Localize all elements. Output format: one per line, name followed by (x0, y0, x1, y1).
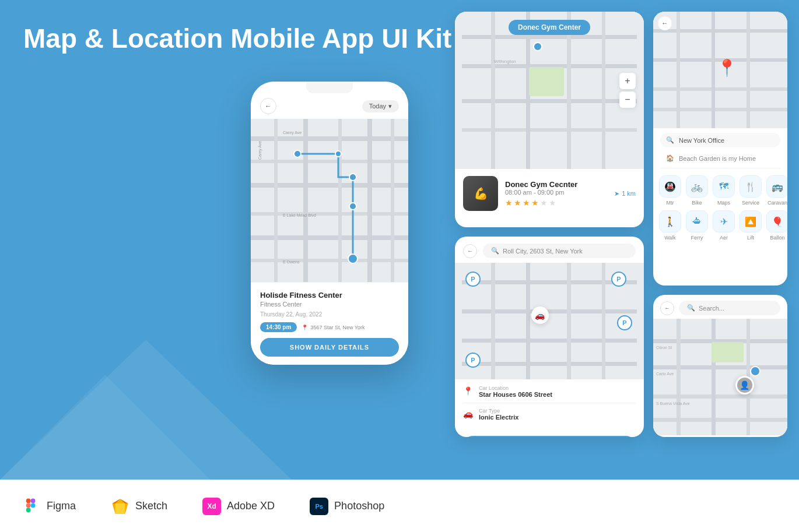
cat-item-ballon[interactable]: 🎈 Ballon (766, 210, 787, 241)
svg-rect-12 (367, 119, 372, 282)
cat-item-maps[interactable]: 🗺 Maps (713, 175, 735, 206)
location-icon-car: 📍 (463, 386, 473, 396)
user-map-back-button[interactable]: ← (660, 301, 674, 315)
car-icon-map: 🚗 (531, 306, 549, 324)
walk-label: Walk (664, 235, 676, 241)
phone-back-button[interactable]: ← (260, 98, 276, 114)
bike-icon: 🚲 (686, 175, 708, 198)
walk-icon: 🚶 (659, 210, 681, 232)
search-icon: 🔍 (491, 247, 499, 255)
cat-search-area: 🔍 New York Office 🏠 Beach Garden is my H… (653, 128, 787, 168)
phone-screen: ← Today ▾ (251, 82, 408, 365)
svg-rect-43 (602, 263, 605, 379)
gym-photo-inner: 💪 (463, 176, 498, 211)
car-type-icon: 🚗 (463, 409, 473, 418)
office-search-text: New York Office (679, 137, 724, 144)
cat-item-aer[interactable]: ✈ Aer (713, 210, 735, 241)
car-location-value: Star Houses 0606 Street (479, 391, 552, 398)
gym-info-row: 💪 Donec Gym Cecnter 08:00 am - 09:00 pm … (455, 169, 644, 218)
car-type-label: Car Type (479, 408, 518, 414)
mtr-icon: 🚇 (659, 175, 681, 198)
parking-icon-4: P (465, 353, 481, 368)
svg-rect-9 (274, 119, 278, 282)
cat-item-walk[interactable]: 🚶 Walk (659, 210, 681, 241)
svg-rect-30 (567, 12, 571, 169)
svg-point-18 (348, 254, 358, 263)
star-5: ★ (540, 198, 548, 207)
parking-icon-3: P (617, 315, 632, 330)
ballon-label: Ballon (770, 235, 784, 241)
svg-rect-69 (26, 508, 31, 512)
svg-point-16 (349, 174, 356, 181)
car-location-row: 📍 Car Location Star Houses 0606 Street (463, 385, 636, 403)
zoom-in-button[interactable]: + (619, 73, 636, 89)
gym-hours: 08:00 am - 09:00 pm (505, 189, 577, 196)
mtr-label: Mtr (667, 200, 674, 206)
parking-back-button[interactable]: ← (463, 244, 477, 258)
svg-point-15 (335, 151, 341, 157)
svg-text:E Lake Mead Blvd: E Lake Mead Blvd (283, 213, 316, 217)
time-badge: 14:30 pm (260, 322, 297, 332)
location-icon: 📍 (302, 325, 308, 330)
center-map-area: Carey Ave Carey Ave E Lake Mead Blvd E O… (251, 119, 408, 282)
car-location-label: Car Location (479, 385, 552, 391)
car-info-section: 📍 Car Location Star Houses 0606 Street 🚗… (455, 379, 644, 431)
cat-item-bike[interactable]: 🚲 Bike (686, 175, 708, 206)
categories-card: ← 📍 🔍 New York Office 🏠 Beach (653, 12, 787, 286)
svg-rect-67 (26, 498, 31, 503)
user-map-card: ← 🔍 Search... (653, 295, 787, 437)
svg-marker-75 (113, 503, 115, 513)
user-map-search[interactable]: 🔍 Search... (679, 301, 780, 315)
star-6: ★ (549, 198, 556, 207)
photoshop-label: Photoshop (334, 500, 384, 512)
show-details-button[interactable]: SHOW DAILY DETAILS (260, 338, 399, 357)
tool-figma: Figma (23, 498, 76, 515)
svg-rect-45 (653, 29, 787, 33)
svg-rect-24 (462, 35, 637, 39)
svg-point-33 (534, 43, 542, 51)
svg-rect-68 (26, 503, 31, 508)
cat-item-caravan[interactable]: 🚌 Caravan (766, 175, 787, 206)
address-text: 📍 3567 Star St, New York (302, 325, 365, 330)
cat-item-ferry[interactable]: ⛴ Ferry (686, 210, 708, 241)
categories-grid: 🚇 Mtr 🚲 Bike 🗺 Maps 🍴 (653, 168, 787, 246)
cat-item-mtr[interactable]: 🚇 Mtr (659, 175, 681, 206)
svg-text:Carlo Ave: Carlo Ave (656, 372, 674, 376)
lift-icon: 🔼 (740, 210, 762, 232)
svg-rect-13 (391, 119, 394, 282)
cat-item-service[interactable]: 🍴 Service (740, 175, 762, 206)
gym-details: Donec Gym Cecnter 08:00 am - 09:00 pm ★ … (505, 180, 577, 207)
svg-text:S Buena Vista Ave: S Buena Vista Ave (656, 401, 690, 406)
center-map-svg: Carey Ave Carey Ave E Lake Mead Blvd E O… (251, 119, 408, 282)
svg-text:Carey Ave: Carey Ave (283, 131, 302, 135)
cat-item-lift[interactable]: 🔼 Lift (740, 210, 762, 241)
search-icon-user: 🔍 (687, 304, 695, 312)
zoom-out-button[interactable]: − (619, 91, 636, 108)
search-icon-sm: 🔍 (666, 136, 674, 144)
gym-bubble-label: Donec Gym Center (509, 20, 590, 35)
car-type-value: Ionic Electrix (479, 414, 518, 421)
sketch-label: Sketch (135, 500, 167, 512)
distance-badge: ➤ 1 km (614, 190, 636, 198)
ferry-icon: ⛴ (686, 210, 708, 232)
find-car-button[interactable]: FIND CAR (463, 436, 636, 437)
photoshop-icon: Ps (310, 498, 328, 515)
svg-rect-47 (653, 87, 787, 91)
chevron-down-icon: ▾ (388, 103, 392, 110)
svg-rect-58 (653, 418, 787, 422)
adobe-xd-label: Adobe XD (227, 500, 275, 512)
title-area: Map & Location Mobile App UI Kit (23, 23, 451, 54)
adobe-xd-icon: Xd (202, 498, 221, 515)
parking-search-input[interactable]: 🔍 Roll City, 2603 St, New York (483, 244, 636, 258)
home-row: 🏠 Beach Garden is my Home (660, 151, 780, 165)
svg-rect-32 (529, 67, 564, 96)
phone-date-button[interactable]: Today ▾ (362, 100, 399, 112)
car-location-info: Car Location Star Houses 0606 Street (479, 385, 552, 398)
svg-rect-10 (303, 119, 308, 282)
svg-rect-48 (653, 108, 787, 111)
office-search-row[interactable]: 🔍 New York Office (660, 133, 780, 147)
fitness-center-date: Thursday 22, Aug, 2022 (260, 311, 399, 318)
svg-text:E Owens: E Owens (283, 260, 300, 264)
svg-text:←: ← (661, 19, 668, 27)
tool-adobe-xd: Xd Adobe XD (202, 498, 275, 515)
